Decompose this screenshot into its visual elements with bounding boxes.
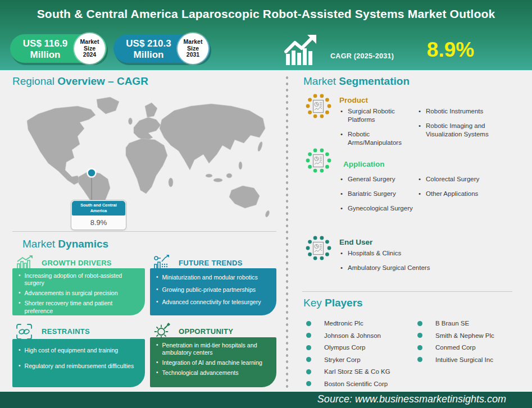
list-item: Increasing adoption of robot-assisted su… [17, 272, 140, 287]
item-text: General Surgery [348, 175, 395, 184]
key-players-column-2: B Braun SE Smith & Nephew Plc Conmed Cor… [417, 320, 519, 363]
market-segmentation-title: Market Segmentation [303, 75, 410, 88]
borneo-shape [226, 173, 232, 178]
title-bold: Dynamics [58, 238, 108, 250]
item-text: Ambulatory Surgical Centers [348, 264, 430, 272]
list-item: Stryker Corp [306, 356, 413, 363]
footer-bar: Source: www.businessmarketinsights.com [0, 392, 532, 408]
item-text: Advancements in surgical precision [25, 290, 118, 297]
item-text: Gynecological Surgery [348, 204, 413, 213]
new-zealand-shape [265, 210, 270, 217]
bullet-dot-icon [417, 333, 422, 338]
bullet-dot-icon [306, 345, 311, 350]
product-column-2: Robotic Instruments Robotic Imaging and … [419, 107, 511, 145]
opportunity-icon [154, 322, 171, 339]
title-light: Regional [12, 75, 54, 87]
item-text: Regulatory and reimbursement difficultie… [25, 363, 134, 370]
item-text: Robotic Imaging and Visualization System… [426, 122, 511, 139]
player-name: Johnson & Johnson [324, 332, 381, 339]
list-item: Miniaturization and modular robotics [154, 274, 271, 281]
list-item: Colorectal Surgery [419, 175, 511, 184]
cagr-label: CAGR (2025-2031) [330, 52, 394, 60]
player-name: Olympus Corp [324, 344, 366, 351]
market-dynamics-title: Market Dynamics [22, 238, 108, 250]
product-column-1: Surgical Robotic Platforms Robotic Arms/… [340, 107, 417, 153]
list-item: Smith & Nephew Plc [417, 332, 519, 339]
application-segment-icon [305, 147, 332, 174]
player-name: B Braun SE [435, 320, 469, 327]
list-item: General Surgery [340, 175, 413, 184]
sumatra-shape [206, 174, 212, 177]
list-item: Technological advancements [154, 369, 271, 377]
player-name: Karl Storz SE & Co KG [324, 368, 390, 375]
document-glyph [313, 100, 324, 113]
region-callout-title: South and Central America [72, 201, 125, 216]
bullet-dot-icon [306, 381, 311, 386]
item-text: Integration of AI and machine learning [162, 359, 262, 366]
item-text: Growing public-private partnerships [162, 286, 256, 294]
asia-shape [160, 104, 265, 170]
column-separator [285, 75, 289, 391]
world-map [11, 91, 276, 229]
bullet-dot-icon [306, 321, 311, 326]
circle-line: Market [80, 39, 99, 45]
australia-shape [229, 186, 260, 208]
bullet-dot-icon [417, 345, 422, 350]
uk-shape [129, 118, 133, 125]
scandinavia-shape [145, 103, 157, 117]
title-light: Key [303, 297, 322, 309]
bullet-dot-icon [417, 321, 422, 326]
list-item: Integration of AI and machine learning [154, 359, 271, 366]
market-size-2031-amount: US$ 210.3 [126, 38, 171, 49]
item-text: Advanced connectivity for telesurgery [162, 299, 261, 306]
growth-drivers-heading: GROWTH DRIVERS [42, 259, 112, 267]
circle-line: 2024 [83, 52, 96, 58]
bullet-dot-icon [306, 369, 311, 374]
list-item: Olympus Corp [306, 344, 413, 351]
list-item: Penetration in mid-tier hospitals and am… [154, 342, 271, 356]
market-size-2031-badge: US$ 210.3 Million Market Size 2031 [113, 34, 210, 63]
greenland-shape [97, 97, 119, 114]
item-text: Bariatric Surgery [348, 190, 396, 198]
application-heading: Application [343, 160, 385, 168]
region-callout-cagr: 8.9% [71, 216, 126, 230]
growth-bars-arrow-icon [284, 34, 320, 66]
player-name: Stryker Corp [324, 356, 361, 363]
regional-overview-title: Regional Overview – CAGR [12, 75, 148, 88]
list-item: Bariatric Surgery [340, 190, 413, 198]
list-item: Johnson & Johnson [306, 332, 413, 339]
item-text: Other Applications [426, 190, 478, 198]
title-light: Market [22, 238, 55, 250]
title-bold: Overview – CAGR [57, 75, 148, 87]
document-glyph [313, 155, 324, 167]
player-name: Conmed Corp [435, 344, 476, 351]
market-size-2024-circle: Market Size 2024 [74, 33, 105, 64]
title-bold: Players [325, 297, 363, 309]
region-callout: South and Central America 8.9% [71, 200, 126, 230]
market-size-2031-circle: Market Size 2031 [178, 33, 208, 64]
market-size-2031-unit: Million [134, 49, 164, 60]
item-text: Robotic Arms/Manipulators [348, 130, 417, 147]
list-item: B Braun SE [417, 320, 519, 327]
item-text: Shorter recovery time and patient prefer… [25, 300, 140, 314]
infographic-root: South & Central America Laparoscopic Rob… [0, 0, 532, 408]
europe-shape [134, 117, 161, 141]
player-name: Intuitive Surgical Inc [435, 356, 493, 363]
key-players-column-1: Medtronic Plc Johnson & Johnson Olympus … [306, 320, 413, 387]
list-item: High cost of equipment and training [17, 347, 140, 354]
right-divider [302, 291, 512, 292]
africa-shape [126, 139, 167, 194]
list-item: Regulatory and reimbursement difficultie… [17, 363, 140, 370]
opportunity-box: Penetration in mid-tier hospitals and am… [150, 337, 276, 387]
list-item: Conmed Corp [417, 344, 519, 351]
list-item: Boston Scientific Corp [306, 381, 413, 387]
player-name: Medtronic Plc [324, 320, 363, 327]
market-size-2024-unit: Million [30, 49, 61, 60]
list-item: Growing public-private partnerships [154, 286, 271, 294]
list-item: Hospitals & Clinics [340, 249, 464, 258]
player-name: Smith & Nephew Plc [435, 332, 494, 339]
end-user-heading: End User [339, 238, 372, 246]
restraints-icon [16, 323, 33, 340]
circle-line: 2031 [187, 52, 199, 58]
circle-line: Market [184, 39, 203, 45]
